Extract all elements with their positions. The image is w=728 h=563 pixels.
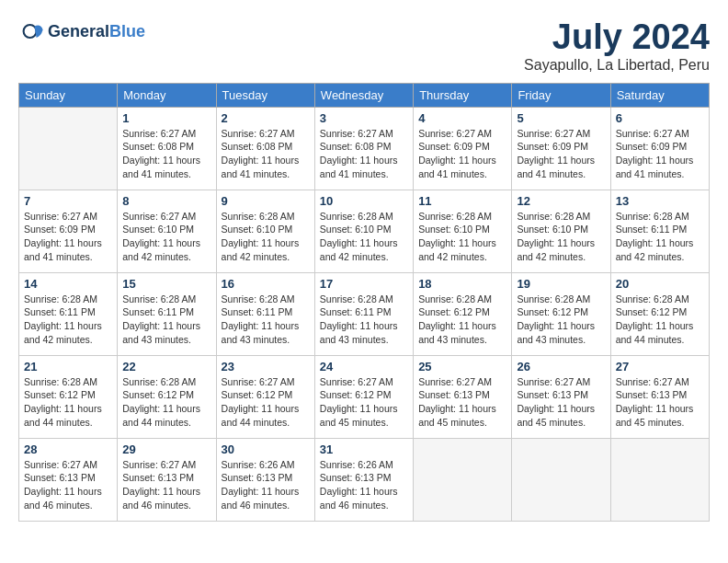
calendar-cell bbox=[512, 438, 610, 521]
weekday-header-thursday: Thursday bbox=[414, 83, 512, 107]
calendar-cell: 15Sunrise: 6:28 AMSunset: 6:11 PMDayligh… bbox=[118, 272, 216, 355]
logo-blue-text: Blue bbox=[109, 22, 145, 40]
day-info: Sunrise: 6:27 AMSunset: 6:13 PMDaylight:… bbox=[616, 375, 704, 430]
day-number: 17 bbox=[320, 277, 408, 291]
calendar-cell: 18Sunrise: 6:28 AMSunset: 6:12 PMDayligh… bbox=[414, 272, 512, 355]
day-number: 10 bbox=[320, 194, 408, 208]
calendar-week-row-3: 14Sunrise: 6:28 AMSunset: 6:11 PMDayligh… bbox=[19, 272, 710, 355]
day-number: 19 bbox=[517, 277, 605, 291]
day-info: Sunrise: 6:27 AMSunset: 6:09 PMDaylight:… bbox=[24, 210, 112, 264]
day-number: 12 bbox=[517, 194, 605, 208]
weekday-header-row: SundayMondayTuesdayWednesdayThursdayFrid… bbox=[19, 83, 710, 107]
day-number: 20 bbox=[616, 277, 704, 291]
day-info: Sunrise: 6:27 AMSunset: 6:09 PMDaylight:… bbox=[616, 127, 704, 181]
weekday-header-monday: Monday bbox=[118, 83, 216, 107]
day-info: Sunrise: 6:28 AMSunset: 6:12 PMDaylight:… bbox=[517, 293, 605, 347]
day-info: Sunrise: 6:27 AMSunset: 6:12 PMDaylight:… bbox=[320, 375, 408, 430]
calendar-cell: 24Sunrise: 6:27 AMSunset: 6:12 PMDayligh… bbox=[314, 355, 413, 438]
day-number: 2 bbox=[222, 111, 310, 125]
month-year: July 2024 bbox=[524, 18, 710, 57]
calendar-cell: 8Sunrise: 6:27 AMSunset: 6:10 PMDaylight… bbox=[118, 190, 216, 272]
day-info: Sunrise: 6:27 AMSunset: 6:09 PMDaylight:… bbox=[418, 127, 506, 181]
calendar-cell: 27Sunrise: 6:27 AMSunset: 6:13 PMDayligh… bbox=[610, 355, 709, 438]
calendar-cell: 12Sunrise: 6:28 AMSunset: 6:10 PMDayligh… bbox=[512, 190, 610, 272]
calendar-cell: 30Sunrise: 6:26 AMSunset: 6:13 PMDayligh… bbox=[216, 438, 314, 521]
day-number: 28 bbox=[24, 442, 112, 456]
day-info: Sunrise: 6:26 AMSunset: 6:13 PMDaylight:… bbox=[320, 458, 408, 512]
logo-general-text: General bbox=[48, 22, 109, 40]
day-info: Sunrise: 6:28 AMSunset: 6:11 PMDaylight:… bbox=[122, 293, 210, 347]
logo: GeneralBlue bbox=[18, 18, 145, 44]
day-number: 9 bbox=[222, 194, 310, 208]
day-info: Sunrise: 6:27 AMSunset: 6:13 PMDaylight:… bbox=[418, 375, 506, 430]
day-number: 8 bbox=[122, 194, 210, 208]
calendar-cell: 13Sunrise: 6:28 AMSunset: 6:11 PMDayligh… bbox=[610, 190, 709, 272]
day-info: Sunrise: 6:28 AMSunset: 6:12 PMDaylight:… bbox=[418, 293, 506, 347]
weekday-header-tuesday: Tuesday bbox=[216, 83, 314, 107]
calendar-cell bbox=[610, 438, 709, 521]
calendar-week-row-5: 28Sunrise: 6:27 AMSunset: 6:13 PMDayligh… bbox=[19, 438, 710, 521]
day-number: 1 bbox=[122, 111, 210, 125]
day-info: Sunrise: 6:27 AMSunset: 6:13 PMDaylight:… bbox=[24, 458, 112, 512]
day-info: Sunrise: 6:26 AMSunset: 6:13 PMDaylight:… bbox=[222, 458, 310, 512]
weekday-header-sunday: Sunday bbox=[19, 83, 118, 107]
day-info: Sunrise: 6:28 AMSunset: 6:10 PMDaylight:… bbox=[222, 210, 310, 264]
calendar-cell bbox=[414, 438, 512, 521]
day-number: 25 bbox=[418, 360, 506, 373]
calendar-cell: 21Sunrise: 6:28 AMSunset: 6:12 PMDayligh… bbox=[19, 355, 118, 438]
day-number: 5 bbox=[517, 111, 605, 125]
calendar-cell: 26Sunrise: 6:27 AMSunset: 6:13 PMDayligh… bbox=[512, 355, 610, 438]
day-info: Sunrise: 6:28 AMSunset: 6:12 PMDaylight:… bbox=[122, 375, 210, 430]
day-number: 11 bbox=[418, 194, 506, 208]
day-info: Sunrise: 6:27 AMSunset: 6:08 PMDaylight:… bbox=[122, 127, 210, 181]
svg-point-0 bbox=[24, 25, 37, 38]
calendar-cell: 28Sunrise: 6:27 AMSunset: 6:13 PMDayligh… bbox=[19, 438, 118, 521]
day-number: 30 bbox=[222, 442, 310, 456]
day-info: Sunrise: 6:28 AMSunset: 6:12 PMDaylight:… bbox=[24, 375, 112, 430]
calendar-cell: 17Sunrise: 6:28 AMSunset: 6:11 PMDayligh… bbox=[314, 272, 413, 355]
calendar-cell: 2Sunrise: 6:27 AMSunset: 6:08 PMDaylight… bbox=[216, 107, 314, 190]
calendar-cell: 19Sunrise: 6:28 AMSunset: 6:12 PMDayligh… bbox=[512, 272, 610, 355]
day-number: 31 bbox=[320, 442, 408, 456]
day-number: 27 bbox=[616, 360, 704, 373]
location: Sayapullo, La Libertad, Peru bbox=[524, 57, 710, 74]
calendar-cell: 9Sunrise: 6:28 AMSunset: 6:10 PMDaylight… bbox=[216, 190, 314, 272]
calendar-cell: 5Sunrise: 6:27 AMSunset: 6:09 PMDaylight… bbox=[512, 107, 610, 190]
calendar-cell: 4Sunrise: 6:27 AMSunset: 6:09 PMDaylight… bbox=[414, 107, 512, 190]
day-number: 18 bbox=[418, 277, 506, 291]
day-info: Sunrise: 6:27 AMSunset: 6:08 PMDaylight:… bbox=[222, 127, 310, 181]
calendar-cell: 22Sunrise: 6:28 AMSunset: 6:12 PMDayligh… bbox=[118, 355, 216, 438]
day-info: Sunrise: 6:27 AMSunset: 6:08 PMDaylight:… bbox=[320, 127, 408, 181]
day-number: 23 bbox=[222, 360, 310, 373]
weekday-header-friday: Friday bbox=[512, 83, 610, 107]
calendar-cell: 25Sunrise: 6:27 AMSunset: 6:13 PMDayligh… bbox=[414, 355, 512, 438]
weekday-header-wednesday: Wednesday bbox=[314, 83, 413, 107]
day-info: Sunrise: 6:28 AMSunset: 6:12 PMDaylight:… bbox=[616, 293, 704, 347]
day-info: Sunrise: 6:28 AMSunset: 6:11 PMDaylight:… bbox=[320, 293, 408, 347]
day-number: 14 bbox=[24, 277, 112, 291]
day-info: Sunrise: 6:27 AMSunset: 6:13 PMDaylight:… bbox=[517, 375, 605, 430]
day-number: 26 bbox=[517, 360, 605, 373]
day-number: 16 bbox=[222, 277, 310, 291]
calendar-week-row-1: 1Sunrise: 6:27 AMSunset: 6:08 PMDaylight… bbox=[19, 107, 710, 190]
day-info: Sunrise: 6:28 AMSunset: 6:11 PMDaylight:… bbox=[616, 210, 704, 264]
day-number: 6 bbox=[616, 111, 704, 125]
calendar-cell bbox=[19, 107, 118, 190]
calendar-week-row-4: 21Sunrise: 6:28 AMSunset: 6:12 PMDayligh… bbox=[19, 355, 710, 438]
day-info: Sunrise: 6:27 AMSunset: 6:10 PMDaylight:… bbox=[122, 210, 210, 264]
calendar-cell: 7Sunrise: 6:27 AMSunset: 6:09 PMDaylight… bbox=[19, 190, 118, 272]
day-number: 21 bbox=[24, 360, 112, 373]
day-info: Sunrise: 6:27 AMSunset: 6:09 PMDaylight:… bbox=[517, 127, 605, 181]
calendar-cell: 29Sunrise: 6:27 AMSunset: 6:13 PMDayligh… bbox=[118, 438, 216, 521]
page-header: GeneralBlue July 2024 Sayapullo, La Libe… bbox=[18, 18, 710, 74]
day-number: 13 bbox=[616, 194, 704, 208]
day-number: 22 bbox=[122, 360, 210, 373]
calendar-cell: 31Sunrise: 6:26 AMSunset: 6:13 PMDayligh… bbox=[314, 438, 413, 521]
day-number: 3 bbox=[320, 111, 408, 125]
calendar-week-row-2: 7Sunrise: 6:27 AMSunset: 6:09 PMDaylight… bbox=[19, 190, 710, 272]
day-info: Sunrise: 6:28 AMSunset: 6:11 PMDaylight:… bbox=[24, 293, 112, 347]
calendar-cell: 14Sunrise: 6:28 AMSunset: 6:11 PMDayligh… bbox=[19, 272, 118, 355]
logo-icon bbox=[18, 18, 44, 44]
day-number: 7 bbox=[24, 194, 112, 208]
day-info: Sunrise: 6:27 AMSunset: 6:13 PMDaylight:… bbox=[122, 458, 210, 512]
